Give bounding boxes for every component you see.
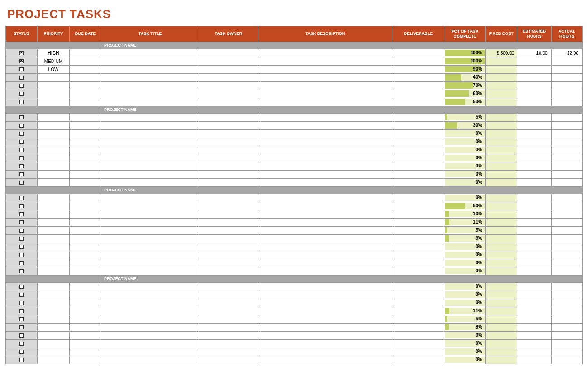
deliverable-cell[interactable] xyxy=(392,65,445,73)
fixed-cost-cell[interactable] xyxy=(485,129,517,138)
task-title-cell[interactable] xyxy=(101,282,199,291)
task-desc-cell[interactable] xyxy=(258,57,392,65)
fixed-cost-cell[interactable] xyxy=(485,154,517,162)
due-date-cell[interactable] xyxy=(69,339,101,348)
est-hours-cell[interactable]: 10.00 xyxy=(517,49,551,57)
deliverable-cell[interactable] xyxy=(392,73,445,81)
fixed-cost-cell[interactable] xyxy=(485,194,517,202)
act-hours-cell[interactable] xyxy=(551,98,582,106)
priority-cell[interactable] xyxy=(38,226,69,234)
task-desc-cell[interactable] xyxy=(258,339,392,348)
status-cell[interactable] xyxy=(6,90,38,98)
fixed-cost-cell[interactable]: $ 500.00 xyxy=(485,49,517,57)
fixed-cost-cell[interactable] xyxy=(485,90,517,98)
est-hours-cell[interactable] xyxy=(517,129,551,138)
priority-cell[interactable] xyxy=(38,98,69,106)
deliverable-cell[interactable] xyxy=(392,162,445,170)
status-cell[interactable] xyxy=(6,243,38,251)
act-hours-cell[interactable] xyxy=(551,73,582,81)
est-hours-cell[interactable] xyxy=(517,251,551,259)
pct-complete-cell[interactable]: 0% xyxy=(445,178,485,186)
fixed-cost-cell[interactable] xyxy=(485,299,517,307)
task-desc-cell[interactable] xyxy=(258,299,392,307)
act-hours-cell[interactable] xyxy=(551,234,582,243)
deliverable-cell[interactable] xyxy=(392,178,445,186)
act-hours-cell[interactable] xyxy=(551,339,582,348)
due-date-cell[interactable] xyxy=(69,170,101,178)
pct-complete-cell[interactable]: 70% xyxy=(445,81,485,90)
due-date-cell[interactable] xyxy=(69,331,101,339)
task-title-cell[interactable] xyxy=(101,146,199,154)
task-desc-cell[interactable] xyxy=(258,282,392,291)
pct-complete-cell[interactable]: 0% xyxy=(445,282,485,291)
pct-complete-cell[interactable]: 0% xyxy=(445,162,485,170)
pct-complete-cell[interactable]: 0% xyxy=(445,299,485,307)
est-hours-cell[interactable] xyxy=(517,138,551,146)
status-cell[interactable] xyxy=(6,194,38,202)
task-title-cell[interactable] xyxy=(101,307,199,315)
pct-complete-cell[interactable]: 5% xyxy=(445,226,485,234)
task-desc-cell[interactable] xyxy=(258,356,392,364)
deliverable-cell[interactable] xyxy=(392,234,445,243)
deliverable-cell[interactable] xyxy=(392,57,445,65)
task-owner-cell[interactable] xyxy=(199,267,258,275)
task-desc-cell[interactable] xyxy=(258,210,392,218)
pct-complete-cell[interactable]: 0% xyxy=(445,259,485,267)
due-date-cell[interactable] xyxy=(69,154,101,162)
task-desc-cell[interactable] xyxy=(258,259,392,267)
act-hours-cell[interactable] xyxy=(551,226,582,234)
est-hours-cell[interactable] xyxy=(517,73,551,81)
act-hours-cell[interactable] xyxy=(551,331,582,339)
fixed-cost-cell[interactable] xyxy=(485,138,517,146)
fixed-cost-cell[interactable] xyxy=(485,98,517,106)
task-owner-cell[interactable] xyxy=(199,138,258,146)
deliverable-cell[interactable] xyxy=(392,291,445,299)
est-hours-cell[interactable] xyxy=(517,98,551,106)
deliverable-cell[interactable] xyxy=(392,49,445,57)
task-title-cell[interactable] xyxy=(101,251,199,259)
status-checkbox-icon[interactable] xyxy=(19,124,24,128)
due-date-cell[interactable] xyxy=(69,57,101,65)
status-checkbox-icon[interactable] xyxy=(19,51,24,55)
fixed-cost-cell[interactable] xyxy=(485,323,517,331)
pct-complete-cell[interactable]: 0% xyxy=(445,146,485,154)
task-desc-cell[interactable] xyxy=(258,98,392,106)
pct-complete-cell[interactable]: 5% xyxy=(445,113,485,121)
pct-complete-cell[interactable]: 0% xyxy=(445,138,485,146)
est-hours-cell[interactable] xyxy=(517,170,551,178)
task-title-cell[interactable] xyxy=(101,194,199,202)
fixed-cost-cell[interactable] xyxy=(485,202,517,210)
task-title-cell[interactable] xyxy=(101,323,199,331)
due-date-cell[interactable] xyxy=(69,348,101,356)
status-checkbox-icon[interactable] xyxy=(19,261,24,265)
task-title-cell[interactable] xyxy=(101,178,199,186)
priority-cell[interactable] xyxy=(38,210,69,218)
priority-cell[interactable] xyxy=(38,267,69,275)
est-hours-cell[interactable] xyxy=(517,299,551,307)
due-date-cell[interactable] xyxy=(69,121,101,129)
task-owner-cell[interactable] xyxy=(199,154,258,162)
pct-complete-cell[interactable]: 100% xyxy=(445,57,485,65)
status-cell[interactable] xyxy=(6,162,38,170)
task-desc-cell[interactable] xyxy=(258,178,392,186)
act-hours-cell[interactable] xyxy=(551,121,582,129)
fixed-cost-cell[interactable] xyxy=(485,178,517,186)
status-checkbox-icon[interactable] xyxy=(19,301,24,305)
task-desc-cell[interactable] xyxy=(258,162,392,170)
act-hours-cell[interactable] xyxy=(551,194,582,202)
task-title-cell[interactable] xyxy=(101,299,199,307)
est-hours-cell[interactable] xyxy=(517,315,551,323)
status-cell[interactable] xyxy=(6,234,38,243)
task-desc-cell[interactable] xyxy=(258,121,392,129)
deliverable-cell[interactable] xyxy=(392,259,445,267)
task-title-cell[interactable] xyxy=(101,49,199,57)
act-hours-cell[interactable] xyxy=(551,291,582,299)
deliverable-cell[interactable] xyxy=(392,267,445,275)
deliverable-cell[interactable] xyxy=(392,299,445,307)
task-title-cell[interactable] xyxy=(101,57,199,65)
est-hours-cell[interactable] xyxy=(517,226,551,234)
pct-complete-cell[interactable]: 40% xyxy=(445,73,485,81)
act-hours-cell[interactable] xyxy=(551,65,582,73)
fixed-cost-cell[interactable] xyxy=(485,315,517,323)
priority-cell[interactable] xyxy=(38,315,69,323)
